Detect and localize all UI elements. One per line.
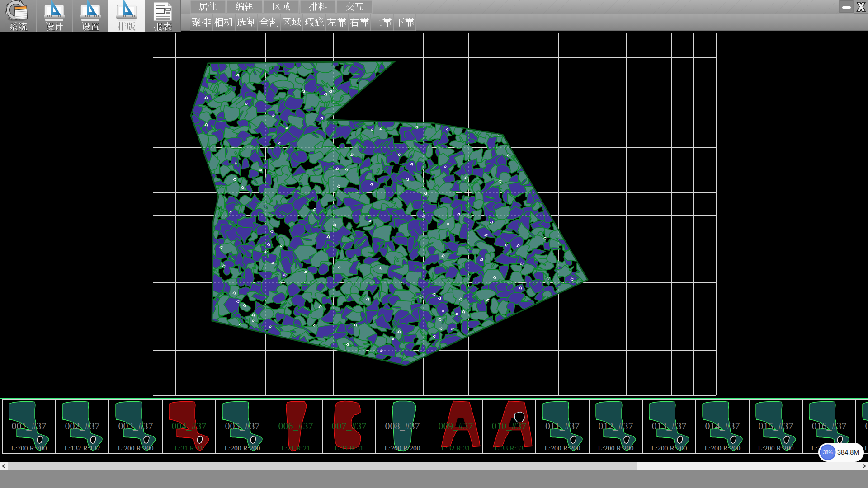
svg-text:38%: 38% [823, 450, 832, 455]
svg-text:003_#37: 003_#37 [118, 420, 153, 432]
svg-text:L:31 R:31: L:31 R:31 [175, 444, 203, 452]
svg-text:001_#37: 001_#37 [12, 420, 47, 432]
svg-text:013_#37: 013_#37 [652, 420, 687, 432]
svg-text:010_#37: 010_#37 [492, 420, 527, 432]
svg-text:006_#37: 006_#37 [278, 420, 313, 432]
svg-text:012_#37: 012_#37 [599, 420, 633, 432]
svg-text:L:700 R:700: L:700 R:700 [11, 444, 47, 452]
svg-text:L:200 R:200: L:200 R:200 [118, 444, 154, 452]
svg-text:004_#37: 004_#37 [172, 420, 207, 432]
svg-text:014_#37: 014_#37 [705, 420, 740, 432]
svg-text:L:200 R:200: L:200 R:200 [545, 444, 580, 452]
svg-text:L:200 R:200: L:200 R:200 [598, 444, 634, 452]
svg-text:L:200 R:200: L:200 R:200 [865, 444, 868, 452]
svg-text:L:200 R:200: L:200 R:200 [758, 444, 794, 452]
svg-text:002_#37: 002_#37 [65, 420, 100, 432]
svg-text:L:32 R:31: L:32 R:31 [441, 444, 470, 452]
svg-text:008_#37: 008_#37 [385, 420, 420, 432]
svg-text:005_#37: 005_#37 [225, 420, 260, 432]
svg-text:009_#37: 009_#37 [439, 420, 473, 432]
svg-text:L:132 R:132: L:132 R:132 [65, 444, 100, 452]
svg-text:384.8M: 384.8M [837, 449, 859, 456]
svg-text:L:200 R:200: L:200 R:200 [225, 444, 260, 452]
svg-text:L:33 R:33: L:33 R:33 [495, 444, 524, 452]
svg-text:015_#37: 015_#37 [759, 420, 793, 432]
svg-text:016_#37: 016_#37 [812, 420, 847, 432]
svg-text:007_#37: 007_#37 [332, 420, 367, 432]
svg-text:L:200 R:200: L:200 R:200 [705, 444, 741, 452]
svg-text:L:21 R:21: L:21 R:21 [281, 444, 310, 452]
svg-text:L:200 R:200: L:200 R:200 [651, 444, 687, 452]
svg-text:L:200 R:200: L:200 R:200 [385, 444, 420, 452]
svg-text:017_#37: 017_#37 [865, 420, 868, 432]
svg-text:L:31 R:31: L:31 R:31 [335, 444, 363, 452]
svg-text:011_#37: 011_#37 [545, 420, 580, 432]
